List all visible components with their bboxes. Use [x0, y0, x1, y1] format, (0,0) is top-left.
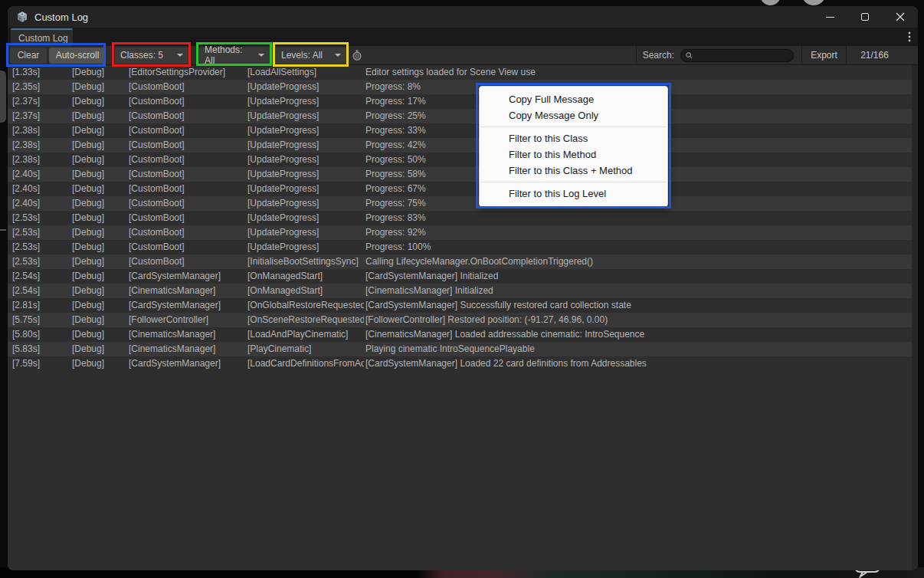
cell-time: [2.53s] [8, 211, 72, 225]
autoscroll-toggle[interactable]: Auto-scroll [49, 48, 106, 64]
cell-level: [Debug] [72, 94, 129, 109]
cell-method: [OnManagedStart] [247, 269, 364, 284]
tab-overflow-button[interactable] [908, 31, 911, 46]
cell-time: [2.40s] [8, 196, 72, 211]
context-menu-item[interactable]: Filter to this Class + Method [480, 163, 667, 179]
cell-time: [2.54s] [8, 269, 72, 284]
table-row[interactable]: [2.53s][Debug][CustomBoot][UpdateProgres… [8, 240, 918, 255]
cell-message: [CinematicsManager] Initialized [364, 284, 912, 298]
cell-class: [CustomBoot] [129, 255, 247, 269]
cell-level: [Debug] [72, 80, 129, 94]
table-row[interactable]: [2.38s][Debug][CustomBoot][UpdateProgres… [8, 123, 918, 138]
table-row[interactable]: [2.54s][Debug][CinematicsManager][OnMana… [8, 284, 918, 298]
table-row[interactable]: [2.54s][Debug][CardSystemManager][OnMana… [8, 269, 918, 284]
export-button[interactable]: Export [802, 46, 846, 65]
search-field[interactable] [680, 49, 794, 62]
table-row[interactable]: [2.40s][Debug][CustomBoot][UpdateProgres… [8, 182, 918, 196]
cell-level: [Debug] [72, 196, 129, 211]
toolbar-divider [636, 46, 637, 65]
table-row[interactable]: [7.59s][Debug][CardSystemManager][LoadCa… [8, 356, 918, 371]
levels-dropdown-label: Levels: All [281, 50, 323, 61]
cell-message: [FollowerController] Restored position: … [364, 313, 912, 327]
log-rows: [1.33s][Debug][EditorSettingsProvider][L… [8, 65, 918, 371]
table-row[interactable]: [2.38s][Debug][CustomBoot][UpdateProgres… [8, 138, 918, 153]
titlebar[interactable]: Custom Log [8, 6, 918, 28]
cell-class: [CardSystemManager] [129, 269, 247, 284]
table-row[interactable]: [2.37s][Debug][CustomBoot][UpdateProgres… [8, 94, 918, 109]
cell-time: [1.33s] [8, 65, 72, 80]
cell-message: [CinematicsManager] Loaded addressable c… [364, 327, 912, 342]
table-row[interactable]: [2.81s][Debug][CardSystemManager][OnGlob… [8, 298, 918, 313]
table-row[interactable]: [2.53s][Debug][CustomBoot][UpdateProgres… [8, 211, 918, 225]
classes-dropdown[interactable]: Classes: 5 [115, 48, 188, 64]
stopwatch-icon-button[interactable] [352, 50, 362, 61]
cell-time: [2.40s] [8, 167, 72, 182]
window-controls [812, 6, 918, 28]
cell-time: [2.53s] [8, 240, 72, 255]
cell-time: [2.81s] [8, 298, 72, 313]
package-cube-icon [16, 11, 28, 23]
maximize-button[interactable] [847, 6, 883, 28]
search-label: Search: [643, 50, 674, 61]
table-row[interactable]: [1.33s][Debug][EditorSettingsProvider][L… [8, 65, 918, 80]
menu-separator [480, 126, 667, 127]
context-menu-item[interactable]: Filter to this Class [480, 130, 667, 146]
table-row[interactable]: [5.80s][Debug][CinematicsManager][LoadAn… [8, 327, 918, 342]
classes-dropdown-label: Classes: 5 [120, 50, 163, 61]
table-row[interactable]: [2.53s][Debug][CustomBoot][UpdateProgres… [8, 225, 918, 240]
context-menu-item[interactable]: Filter to this Method [480, 146, 667, 163]
cell-level: [Debug] [72, 138, 129, 153]
table-row[interactable]: [2.40s][Debug][CustomBoot][UpdateProgres… [8, 196, 918, 211]
cell-method: [UpdateProgress] [247, 109, 364, 123]
table-row[interactable]: [5.83s][Debug][CinematicsManager][PlayCi… [8, 342, 918, 356]
context-menu-item[interactable]: Filter to this Log Level [480, 186, 667, 202]
cell-level: [Debug] [72, 182, 129, 196]
minimize-button[interactable] [812, 6, 847, 28]
cell-class: [CustomBoot] [129, 211, 247, 225]
cell-class: [FollowerController] [129, 313, 247, 327]
tab-custom-log[interactable]: Custom Log [11, 28, 73, 46]
cell-message: [CardSystemManager] Initialized [364, 269, 912, 284]
cell-time: [2.53s] [8, 255, 72, 269]
chevron-down-icon [177, 54, 183, 57]
table-row[interactable]: [2.38s][Debug][CustomBoot][UpdateProgres… [8, 153, 918, 167]
cell-time: [2.38s] [8, 123, 72, 138]
menu-separator [480, 182, 667, 182]
clear-button[interactable]: Clear [10, 48, 47, 64]
methods-dropdown-label: Methods: All [205, 44, 252, 66]
cell-message: Playing cinematic IntroSequencePlayable [364, 342, 912, 356]
search-input[interactable] [696, 51, 788, 60]
cell-method: [UpdateProgress] [247, 94, 364, 109]
cell-class: [CustomBoot] [129, 167, 247, 182]
scrollbar-track[interactable] [912, 65, 918, 570]
cell-method: [OnSceneRestoreRequested] [247, 313, 364, 327]
cell-class: [CinematicsManager] [129, 327, 247, 342]
cell-class: [CinematicsManager] [129, 284, 247, 298]
table-row[interactable]: [2.35s][Debug][CustomBoot][UpdateProgres… [8, 80, 918, 94]
context-menu: Copy Full MessageCopy Message OnlyFilter… [479, 86, 668, 207]
chevron-down-icon [335, 54, 341, 57]
cell-message: Progress: 100% [364, 240, 912, 255]
table-row[interactable]: [2.40s][Debug][CustomBoot][UpdateProgres… [8, 167, 918, 182]
table-row[interactable]: [5.75s][Debug][FollowerController][OnSce… [8, 313, 918, 327]
cell-time: [7.59s] [8, 356, 72, 371]
cell-method: [UpdateProgress] [247, 240, 364, 255]
cell-message: Editor settings loaded for Scene View us… [364, 65, 912, 80]
context-menu-item[interactable]: Copy Full Message [480, 91, 667, 107]
cell-time: [2.35s] [8, 80, 72, 94]
maximize-icon [861, 13, 869, 21]
close-button[interactable] [883, 6, 918, 28]
cell-time: [2.37s] [8, 94, 72, 109]
table-row[interactable]: [2.37s][Debug][CustomBoot][UpdateProgres… [8, 109, 918, 123]
table-row[interactable]: [2.53s][Debug][CustomBoot][InitialiseBoo… [8, 255, 918, 269]
stopwatch-icon [352, 50, 362, 61]
cell-level: [Debug] [72, 342, 129, 356]
cell-level: [Debug] [72, 313, 129, 327]
cell-level: [Debug] [72, 123, 129, 138]
tab-label: Custom Log [18, 33, 68, 44]
cell-time: [2.54s] [8, 284, 72, 298]
levels-dropdown[interactable]: Levels: All [276, 48, 346, 64]
methods-dropdown[interactable]: Methods: All [199, 48, 270, 64]
cell-level: [Debug] [72, 65, 129, 80]
context-menu-item[interactable]: Copy Message Only [480, 107, 667, 123]
